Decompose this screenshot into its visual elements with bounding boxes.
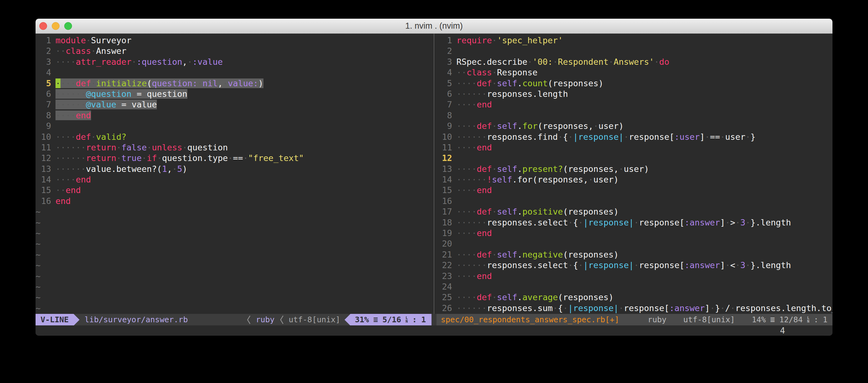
editor-splits: 1module·Surveyor2··class·Answer3····attr…: [35, 34, 833, 314]
space-dot: ······: [56, 143, 86, 152]
line-number: 12: [35, 153, 51, 164]
code-line[interactable]: 18······responses.select·{·|response|·re…: [436, 217, 833, 228]
window-titlebar[interactable]: 1. nvim . (nvim): [35, 19, 833, 34]
editor-pane-left[interactable]: 1module·Surveyor2··class·Answer3····attr…: [35, 34, 432, 314]
code-line[interactable]: 12······return·true·if·question.type·==·…: [35, 153, 432, 164]
code-text: ····def·self.average(responses): [457, 292, 614, 302]
space-dot: ·: [116, 100, 121, 109]
line-number: 10: [436, 132, 452, 142]
line-number: 4: [436, 67, 452, 78]
code-text: ····def·self.negative(responses): [457, 250, 619, 259]
code-line[interactable]: 11····end: [436, 142, 833, 153]
code-line[interactable]: 1module·Surveyor: [35, 35, 432, 46]
space-dot: ·: [127, 100, 131, 109]
code-line[interactable]: 6······@question·=·question: [35, 89, 432, 99]
code-line[interactable]: 8····end: [35, 110, 432, 121]
code-line[interactable]: 20: [436, 239, 833, 249]
code-line[interactable]: 12: [436, 153, 833, 164]
code-line[interactable]: 5····def·self.count(responses): [436, 78, 833, 89]
space-dot: ·: [131, 89, 136, 99]
editor-pane-right[interactable]: 1require·'spec_helper'23RSpec.describe·'…: [436, 34, 833, 314]
minimize-button[interactable]: [52, 22, 60, 30]
code-line[interactable]: 24: [436, 281, 833, 292]
line-number: 13: [436, 164, 452, 174]
code-line[interactable]: 5····def·initialize(question:·nil,·value…: [35, 78, 432, 89]
cursor-block: ·: [56, 78, 61, 88]
fullscreen-button[interactable]: [64, 22, 72, 30]
filetype-label: ruby: [648, 315, 666, 324]
code-line[interactable]: 25····def·self.average(responses): [436, 292, 833, 303]
code-line[interactable]: 15··end: [35, 185, 432, 196]
space-dot: ·: [142, 89, 147, 99]
code-text: ··class·Answer: [56, 46, 127, 56]
filler-line: ~: [35, 281, 432, 292]
line-number: 21: [436, 249, 452, 260]
line-number: 3: [436, 57, 452, 67]
space-dot: ····: [457, 185, 477, 195]
space-dot: ·: [147, 143, 152, 152]
line-number: 25: [436, 292, 452, 303]
code-line[interactable]: 7····end: [436, 99, 833, 110]
code-text: ····end: [457, 185, 492, 195]
code-line[interactable]: 9: [35, 121, 432, 131]
code-text: ······!self.for(responses,·user): [457, 175, 619, 184]
space-dot: ····: [457, 228, 477, 238]
code-line[interactable]: 13······value.between?(1,·5): [35, 164, 432, 174]
empty-line-tilde: ~: [35, 260, 40, 270]
code-line[interactable]: 10······responses.find·{·|response|·resp…: [436, 132, 833, 142]
space-dot: ·: [492, 250, 497, 259]
space-dot: ·: [157, 153, 162, 163]
code-line[interactable]: 9····def·self.for(responses,·user): [436, 121, 833, 131]
code-line[interactable]: 2: [436, 46, 833, 56]
code-line[interactable]: 4: [35, 67, 432, 78]
space-dot: ·: [619, 303, 624, 313]
close-button[interactable]: [39, 22, 47, 30]
code-line[interactable]: 17····def·self.positive(responses): [436, 206, 833, 217]
code-line[interactable]: 4··class·Response: [436, 67, 833, 78]
line-number: 7: [35, 99, 51, 110]
space-dot: ·: [745, 218, 750, 227]
command-line[interactable]: 4: [35, 325, 833, 336]
vertical-split-divider[interactable]: [432, 34, 436, 314]
space-dot: ·: [91, 78, 96, 88]
code-line[interactable]: 16: [436, 196, 833, 206]
line-number: 2: [35, 46, 51, 56]
code-text: ······responses.select·{·|response|·resp…: [457, 260, 791, 270]
code-line[interactable]: 10····def·valid?: [35, 132, 432, 142]
space-dot: ·: [624, 132, 628, 142]
code-line[interactable]: 22······responses.select·{·|response|·re…: [436, 260, 833, 271]
line-number: 1: [35, 35, 51, 46]
code-line[interactable]: 15····end: [436, 185, 833, 196]
space-dot: ······: [457, 218, 487, 227]
code-line[interactable]: 13····def·self.present?(responses,·user): [436, 164, 833, 174]
code-line[interactable]: 19····end: [436, 228, 833, 239]
code-line[interactable]: 1require·'spec_helper': [436, 35, 833, 46]
code-line[interactable]: 2··class·Answer: [35, 46, 432, 56]
code-line[interactable]: 14······!self.for(responses,·user): [436, 174, 833, 185]
filler-line: ~: [35, 303, 432, 314]
code-line[interactable]: 11······return·false·unless·question: [35, 142, 432, 153]
code-line[interactable]: 26······responses.sum·{·|response|·respo…: [436, 303, 833, 314]
space-dot: ····: [56, 132, 76, 142]
line-number: 7: [436, 99, 452, 110]
code-line[interactable]: 3RSpec.describe·'00:·Respondent·Answers'…: [436, 57, 833, 67]
space-dot: ·: [228, 153, 233, 163]
code-line[interactable]: 23····end: [436, 271, 833, 281]
space-dot: ·: [492, 68, 497, 77]
code-line[interactable]: 21····def·self.negative(responses): [436, 249, 833, 260]
code-line[interactable]: 7······@value·=·value: [35, 99, 432, 110]
code-text: ······responses.length: [457, 89, 568, 99]
code-line[interactable]: 3····attr_reader·:question,·:value: [35, 57, 432, 67]
encoding-label: utf-8[unix]: [683, 315, 735, 324]
code-line[interactable]: 8: [436, 110, 833, 121]
space-dot: ·: [578, 218, 583, 227]
code-text: ····attr_reader·:question,·:value: [56, 57, 223, 67]
empty-line-tilde: ~: [35, 271, 40, 281]
line-number: 6: [436, 89, 452, 99]
space-dot: ······: [457, 260, 487, 270]
code-line[interactable]: 6······responses.length: [436, 89, 833, 99]
code-line[interactable]: 14····end: [35, 174, 432, 185]
code-text: ······responses.select·{·|response|·resp…: [457, 218, 791, 227]
line-number: 13: [35, 164, 51, 174]
code-line[interactable]: 16end: [35, 196, 432, 206]
